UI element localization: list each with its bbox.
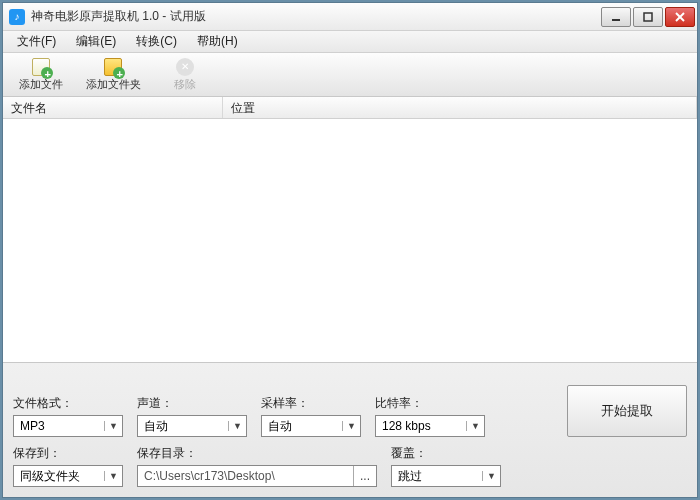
chevron-down-icon: ▼ bbox=[342, 421, 356, 431]
svg-rect-1 bbox=[644, 13, 652, 21]
overwrite-label: 覆盖： bbox=[391, 445, 501, 462]
window-title: 神奇电影原声提取机 1.0 - 试用版 bbox=[31, 8, 599, 25]
chevron-down-icon: ▼ bbox=[482, 471, 496, 481]
menu-edit[interactable]: 编辑(E) bbox=[66, 31, 126, 52]
add-folder-icon bbox=[104, 58, 122, 76]
minimize-button[interactable] bbox=[601, 7, 631, 27]
titlebar: ♪ 神奇电影原声提取机 1.0 - 试用版 bbox=[3, 3, 697, 31]
menu-convert[interactable]: 转换(C) bbox=[126, 31, 187, 52]
col-location[interactable]: 位置 bbox=[223, 97, 697, 118]
savedir-label: 保存目录： bbox=[137, 445, 377, 462]
chevron-down-icon: ▼ bbox=[104, 421, 118, 431]
file-list[interactable] bbox=[3, 119, 697, 362]
close-button[interactable] bbox=[665, 7, 695, 27]
add-file-button[interactable]: 添加文件 bbox=[11, 55, 71, 95]
start-extract-button[interactable]: 开始提取 bbox=[567, 385, 687, 437]
browse-button[interactable]: ... bbox=[353, 466, 376, 486]
channel-value: 自动 bbox=[144, 418, 168, 435]
bottom-panel: 文件格式： MP3▼ 声道： 自动▼ 采样率： 自动▼ 比特率： 128 kbp… bbox=[3, 362, 697, 497]
app-window: ♪ 神奇电影原声提取机 1.0 - 试用版 文件(F) 编辑(E) 转换(C) … bbox=[2, 2, 698, 498]
channel-label: 声道： bbox=[137, 395, 247, 412]
add-file-icon bbox=[32, 58, 50, 76]
maximize-button[interactable] bbox=[633, 7, 663, 27]
remove-button[interactable]: 移除 bbox=[155, 55, 215, 95]
add-file-label: 添加文件 bbox=[19, 77, 63, 92]
bitrate-label: 比特率： bbox=[375, 395, 485, 412]
bitrate-combo[interactable]: 128 kbps▼ bbox=[375, 415, 485, 437]
app-icon: ♪ bbox=[9, 9, 25, 25]
saveto-combo[interactable]: 同级文件夹▼ bbox=[13, 465, 123, 487]
samplerate-label: 采样率： bbox=[261, 395, 361, 412]
remove-label: 移除 bbox=[174, 77, 196, 92]
col-filename[interactable]: 文件名 bbox=[3, 97, 223, 118]
saveto-label: 保存到： bbox=[13, 445, 123, 462]
format-value: MP3 bbox=[20, 419, 45, 433]
chevron-down-icon: ▼ bbox=[228, 421, 242, 431]
samplerate-combo[interactable]: 自动▼ bbox=[261, 415, 361, 437]
toolbar: 添加文件 添加文件夹 移除 bbox=[3, 53, 697, 97]
chevron-down-icon: ▼ bbox=[466, 421, 480, 431]
add-folder-label: 添加文件夹 bbox=[86, 77, 141, 92]
channel-combo[interactable]: 自动▼ bbox=[137, 415, 247, 437]
savedir-value: C:\Users\cr173\Desktop\ bbox=[138, 469, 353, 483]
menu-file[interactable]: 文件(F) bbox=[7, 31, 66, 52]
window-controls bbox=[599, 7, 695, 27]
menu-help[interactable]: 帮助(H) bbox=[187, 31, 248, 52]
format-combo[interactable]: MP3▼ bbox=[13, 415, 123, 437]
remove-icon bbox=[176, 58, 194, 76]
overwrite-value: 跳过 bbox=[398, 468, 422, 485]
saveto-value: 同级文件夹 bbox=[20, 468, 80, 485]
add-folder-button[interactable]: 添加文件夹 bbox=[83, 55, 143, 95]
samplerate-value: 自动 bbox=[268, 418, 292, 435]
savedir-box: C:\Users\cr173\Desktop\ ... bbox=[137, 465, 377, 487]
list-header: 文件名 位置 bbox=[3, 97, 697, 119]
menubar: 文件(F) 编辑(E) 转换(C) 帮助(H) bbox=[3, 31, 697, 53]
chevron-down-icon: ▼ bbox=[104, 471, 118, 481]
format-label: 文件格式： bbox=[13, 395, 123, 412]
overwrite-combo[interactable]: 跳过▼ bbox=[391, 465, 501, 487]
bitrate-value: 128 kbps bbox=[382, 419, 431, 433]
